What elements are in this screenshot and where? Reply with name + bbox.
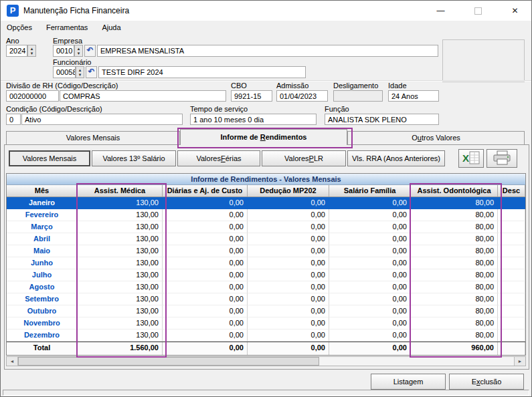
funcionario-name-field[interactable]: TESTE DIRF 2024: [98, 66, 306, 78]
close-button[interactable]: ✕: [499, 1, 531, 21]
cell-value: 0,00: [248, 233, 329, 245]
funcao-field[interactable]: ANALISTA SDK PLENO: [325, 114, 439, 125]
divisao-rh-code-field[interactable]: 002000000: [6, 90, 59, 102]
horizontal-scrollbar[interactable]: ◄ ►: [6, 356, 526, 366]
cell-value: 80,00: [411, 317, 498, 329]
cell-value: 0,00: [329, 281, 411, 293]
cell-value: 0,00: [329, 221, 411, 233]
funcionario-spinner[interactable]: ▴ ▾: [76, 66, 84, 78]
exclusao-button[interactable]: Exclusão: [449, 374, 524, 390]
spinner-down-icon[interactable]: ▾: [79, 72, 82, 77]
column-header[interactable]: Assist. Odontológica: [411, 185, 498, 196]
app-window: P Manutenção Ficha Financeira — ✕ Opções…: [0, 0, 532, 397]
vls-rra-button[interactable]: Vls. RRA (Anos Anteriores): [347, 150, 445, 166]
cell-value: 80,00: [411, 197, 498, 209]
spinner-up-icon[interactable]: ▴: [79, 68, 82, 72]
printer-icon: [492, 150, 512, 166]
spinner-up-icon[interactable]: ▴: [31, 46, 33, 51]
divisao-rh-desc-field[interactable]: COMPRAS: [60, 90, 226, 102]
condicao-desc-field[interactable]: Ativo: [21, 114, 183, 125]
cell-month: Agosto: [7, 281, 78, 293]
cell-value: 0,00: [248, 329, 329, 342]
cell-value: 0,00: [329, 305, 411, 317]
column-header[interactable]: Diárias e Aj. de Custo: [163, 185, 248, 196]
cell-value: 130,00: [78, 245, 163, 257]
tab-outros-valores[interactable]: Outros Valores: [347, 131, 525, 144]
cell-value: 130,00: [78, 197, 163, 209]
table-row[interactable]: Outubro130,000,000,000,0080,00: [7, 305, 525, 317]
column-header[interactable]: Mês: [7, 185, 78, 196]
admissao-field[interactable]: 01/04/2023: [276, 90, 328, 102]
column-header[interactable]: Salário Família: [329, 185, 411, 196]
valores-mensais-button[interactable]: Valores Mensais: [9, 150, 90, 166]
table-row[interactable]: Janeiro130,000,000,000,0080,00: [7, 197, 525, 209]
funcionario-undo-icon[interactable]: ↶: [86, 66, 97, 78]
table-row[interactable]: Fevereiro130,000,000,000,0080,00: [7, 209, 525, 221]
minimize-button[interactable]: —: [425, 1, 456, 21]
cell-month: Outubro: [7, 305, 78, 317]
cell-value: 80,00: [411, 305, 498, 317]
cbo-field[interactable]: 9921-15: [231, 90, 272, 102]
excel-export-button[interactable]: X: [458, 149, 484, 168]
cell-value: 0,00: [163, 245, 248, 257]
tab-informe-de-rendimentos[interactable]: Informe de Rendimentos: [180, 129, 347, 145]
table-row[interactable]: Novembro130,000,000,000,0080,00: [7, 317, 525, 329]
scroll-right-icon[interactable]: ►: [514, 357, 525, 366]
idade-field[interactable]: 24 Anos: [388, 90, 439, 102]
app-icon: P: [7, 5, 19, 17]
ano-field[interactable]: 2024: [6, 45, 27, 57]
table-row[interactable]: Agosto130,000,000,000,0080,00: [7, 281, 525, 293]
scroll-left-icon[interactable]: ◄: [7, 357, 18, 366]
empresa-code-field[interactable]: 0010: [53, 45, 74, 57]
empresa-spinner[interactable]: ▴ ▾: [74, 45, 83, 57]
cell-month: Fevereiro: [7, 209, 78, 221]
titlebar[interactable]: P Manutenção Ficha Financeira — ✕: [1, 1, 531, 21]
table-row[interactable]: Abril130,000,000,000,0080,00: [7, 233, 525, 245]
condicao-label: Condição (Código/Descrição): [6, 105, 102, 113]
cell-value: 130,00: [78, 317, 163, 329]
column-header[interactable]: Assist. Médica: [78, 185, 163, 196]
tempo-servico-field[interactable]: 1 ano 10 meses 0 dia: [190, 114, 317, 125]
menu-opcoes[interactable]: Opções: [1, 21, 38, 31]
empresa-undo-icon[interactable]: ↶: [84, 45, 96, 57]
empresa-name-field[interactable]: EMPRESA MENSALISTA: [97, 45, 438, 57]
menu-ajuda[interactable]: Ajuda: [96, 21, 126, 31]
menu-ferramentas[interactable]: Ferramentas: [40, 21, 94, 31]
cell-value: 80,00: [411, 233, 498, 245]
cell-value: [498, 197, 525, 209]
column-header[interactable]: Desc: [498, 185, 525, 196]
total-label: Total: [7, 342, 78, 355]
spinner-down-icon[interactable]: ▾: [78, 51, 80, 55]
scrollbar-thumb[interactable]: [18, 357, 319, 366]
tab-valores-mensais[interactable]: Valores Mensais: [6, 131, 180, 144]
cell-value: 130,00: [78, 269, 163, 281]
table-row[interactable]: Dezembro130,000,000,000,0080,00: [7, 329, 525, 342]
table-row[interactable]: Junho130,000,000,000,0080,00: [7, 257, 525, 269]
print-button[interactable]: [486, 149, 517, 168]
excel-export-icon: X: [462, 151, 480, 166]
cell-value: 0,00: [329, 329, 411, 342]
valores-13-salario-button[interactable]: Valores 13º Salário: [92, 150, 176, 166]
spinner-up-icon[interactable]: ▴: [78, 46, 80, 51]
idade-label: Idade: [388, 82, 407, 90]
ano-spinner[interactable]: ▴ ▾: [27, 45, 36, 57]
listagem-button[interactable]: Listagem: [371, 374, 446, 390]
funcionario-code-field[interactable]: 00058: [53, 66, 76, 78]
table-row[interactable]: Maio130,000,000,000,0080,00: [7, 245, 525, 257]
cell-month: Setembro: [7, 293, 78, 305]
maximize-button[interactable]: [462, 1, 494, 21]
spinner-down-icon[interactable]: ▾: [31, 51, 33, 55]
condicao-code-field[interactable]: 0: [6, 114, 21, 125]
empresa-label: Empresa: [53, 37, 82, 45]
cell-value: 0,00: [163, 233, 248, 245]
valores-plr-button[interactable]: Valores PLR: [262, 150, 346, 166]
table-row[interactable]: Julho130,000,000,000,0080,00: [7, 269, 525, 281]
cell-value: 0,00: [329, 317, 411, 329]
column-header[interactable]: Dedução MP202: [248, 185, 329, 196]
table-row[interactable]: Março130,000,000,000,0080,00: [7, 221, 525, 233]
table-row[interactable]: Setembro130,000,000,000,0080,00: [7, 293, 525, 305]
funcionario-label: Funcionário: [53, 58, 91, 66]
valores-ferias-button[interactable]: Valores Férias: [177, 150, 260, 166]
cell-value: [498, 257, 525, 269]
desligamento-field[interactable]: [333, 90, 383, 102]
